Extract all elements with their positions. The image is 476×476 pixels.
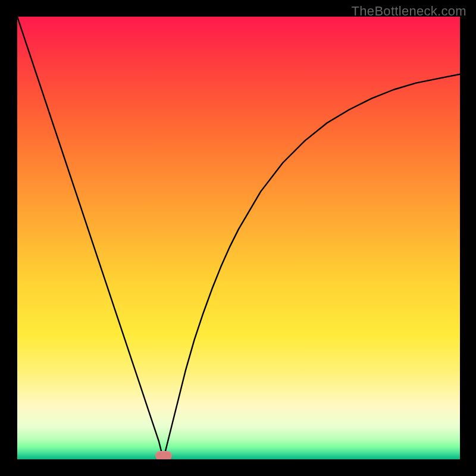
plot-area — [17, 17, 460, 459]
chart-frame: TheBottleneck.com — [0, 0, 476, 476]
bottleneck-curve — [17, 17, 460, 459]
optimal-point-marker — [155, 451, 172, 459]
watermark-text: TheBottleneck.com — [352, 4, 466, 19]
